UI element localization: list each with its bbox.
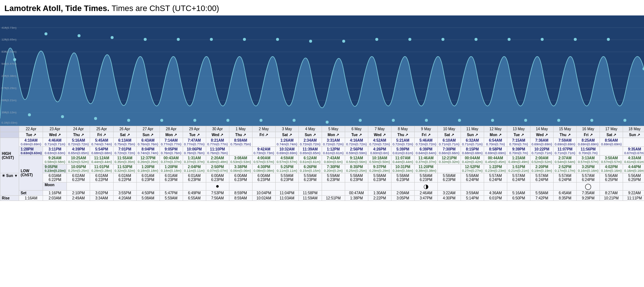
svg-text:83ft(0.56m): 83ft(0.56m) <box>1 50 17 53</box>
low-cell: 6:26PM0.15m(0.15m) <box>298 164 322 173</box>
low-cell: 2:37AM0.54m(0.54m) <box>554 156 577 164</box>
svg-point-28 <box>326 121 329 124</box>
low-cell: 10:31PM0.34m(0.34m) <box>391 164 414 173</box>
sun-cell: 6:01AM6:23PM <box>136 173 160 183</box>
high-cell: 9:42AM0.73m(0.73m) <box>252 147 275 156</box>
low-cell: 2:20AM0.48m(0.48m) <box>206 156 229 164</box>
svg-point-14 <box>94 117 97 120</box>
date-header: 2 May <box>252 126 275 132</box>
moon-rise-cell: 1:16AM <box>19 196 43 201</box>
moon-rise-cell: 7:42PM <box>530 196 554 201</box>
high-cell: 4:26PM0.60m(0.6m) <box>368 147 391 156</box>
low-cell: 11:55AM0.35m(0.35m) <box>113 156 136 164</box>
svg-point-32 <box>392 119 395 122</box>
moon-cell: ◯ <box>577 183 600 191</box>
moon-cell <box>507 183 530 191</box>
svg-point-35 <box>441 38 444 41</box>
moon-cell <box>252 183 275 191</box>
svg-point-41 <box>541 38 544 41</box>
low-cell: 1:23AM0.49m(0.49m) <box>507 156 530 164</box>
date-header: 4 May <box>298 126 322 132</box>
moon-cell <box>554 183 577 191</box>
date-header: 11 May <box>461 126 484 132</box>
moon-rise-cell: 3:47PM <box>414 196 437 201</box>
moon-set-cell: 5:16AM <box>507 191 530 196</box>
moon-cell <box>275 183 298 191</box>
high-cell: 11:10PM0.76m(0.76m) <box>206 147 229 156</box>
sun-cell: 6:02AM6:22PM <box>67 173 90 183</box>
moon-cell <box>623 183 644 191</box>
date-header: 10 May <box>437 126 461 132</box>
moon-set-cell: 7:53PM <box>206 191 229 196</box>
moon-rise-cell: 6:01PM <box>484 196 507 201</box>
high-cell: 1:26AM0.74m(0.74m) <box>275 138 298 147</box>
day-header: Sun ↗ <box>298 132 322 138</box>
low-label: LOW (ChST) <box>19 156 43 191</box>
sun-cell: 5:57AM6:24PM <box>554 173 577 183</box>
high-cell: 8:25AM0.69m(0.69m) <box>577 138 600 147</box>
moon-set-cell: 6:49PM <box>183 191 206 196</box>
moon-cell <box>298 183 322 191</box>
low-cell: 00:04AM0.42m(0.42m) <box>461 156 484 164</box>
high-cell: 6:54AM0.70m(0.7m) <box>484 138 507 147</box>
svg-point-42 <box>557 119 560 122</box>
low-cell: 1:51PM0.21m(0.21m) <box>507 164 530 173</box>
moon-cell <box>530 183 554 191</box>
date-header: 23 Apr <box>43 126 67 132</box>
day-header: Mon ↗ <box>160 132 183 138</box>
low-cell: 3:38PM0.06m(0.06m) <box>229 164 252 173</box>
day-header: Sun ↗ <box>623 132 644 138</box>
svg-point-29 <box>342 40 345 43</box>
sun-cell: 6:03AM6:22PM <box>43 173 67 183</box>
high-cell: 6:39PM0.64m(0.64m) <box>414 147 437 156</box>
svg-text:25ft(0.38m): 25ft(0.38m) <box>1 74 17 78</box>
moon-set-cell: 8:27AM <box>600 191 623 196</box>
moon-cell <box>461 183 484 191</box>
tide-table: 22 Apr23 Apr24 Apr25 Apr26 Apr27 Apr28 A… <box>0 126 644 201</box>
date-header: 27 Apr <box>136 126 160 132</box>
svg-point-38 <box>491 119 494 122</box>
svg-point-33 <box>408 38 411 41</box>
low-cell: 3:50AM0.57m(0.57m) <box>600 156 623 164</box>
low-cell: 6:12AM0.61m(0.61m) <box>298 156 322 164</box>
moon-set-cell: 1:30AM <box>368 191 391 196</box>
date-header: 15 May <box>554 126 577 132</box>
low-cell: 9:05PM0.23m(0.23m) <box>43 164 67 173</box>
day-header: Sun ↗ <box>136 132 160 138</box>
low-cell: 00:43AM0.37m(0.37m) <box>160 156 183 164</box>
high-cell: 7:14AM0.77m(0.77m) <box>160 138 183 147</box>
day-header: Sun ↗ <box>461 132 484 138</box>
moon-set-cell: 3:22AM <box>437 191 461 196</box>
sun-cell: 5:58AM6:23PM <box>437 173 461 183</box>
svg-point-25 <box>276 38 279 41</box>
low-cell: 1:22PM0.23m(0.23m) <box>484 164 507 173</box>
low-cell: 11:20PM0.38m(0.38m) <box>414 164 437 173</box>
high-cell: 7:47AM0.77m(0.77m) <box>183 138 206 147</box>
sun-cell: 5:57AM6:24PM <box>484 173 507 183</box>
high-cell: 10:06PM0.76m(0.76m) <box>183 147 206 156</box>
sun-cell: 5:58AM6:23PM <box>345 173 368 183</box>
high-label: HIGH (ChST) <box>0 138 19 173</box>
moon-rise-cell: 11:59AM <box>298 196 322 201</box>
svg-point-30 <box>359 119 362 122</box>
day-header: Fri ↗ <box>577 132 600 138</box>
high-cell: 8:15PM0.68m(0.68m) <box>461 147 484 156</box>
date-header: 26 Apr <box>113 126 136 132</box>
day-header: Fri ↗ <box>90 132 113 138</box>
high-cell: 4:46AM0.71m(0.71m) <box>43 138 67 147</box>
moon-set-cell: 6:45AM <box>554 191 577 196</box>
svg-text:0.1ft(0.03m): 0.1ft(0.03m) <box>1 121 17 124</box>
day-header: Fri ↗ <box>252 132 275 138</box>
sun-cell: 5:59AM6:23PM <box>275 173 298 183</box>
high-cell: 6:13AM0.75m(0.75m) <box>113 138 136 147</box>
moon-cell <box>67 183 90 191</box>
low-cell: 11:01PM0.28m(0.28m) <box>90 164 113 173</box>
high-cell: 4:52AM0.72m(0.72m) <box>368 138 391 147</box>
moon-cell <box>160 183 183 191</box>
moon-set-cell: 3:02PM <box>90 191 113 196</box>
low-cell: 4:44PM0.16m(0.16m) <box>623 164 644 173</box>
date-header: 24 Apr <box>67 126 90 132</box>
low-cell: 9:12AM0.56m(0.56m) <box>345 156 368 164</box>
date-header: 18 May <box>623 126 644 132</box>
moon-cell <box>345 183 368 191</box>
